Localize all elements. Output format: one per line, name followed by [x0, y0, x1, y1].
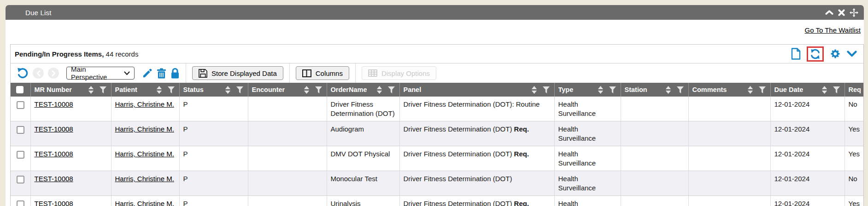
mr-number-link[interactable]: TEST-10008: [35, 150, 73, 158]
type-cell: Health Surveillance: [554, 196, 621, 206]
encounter-cell: [248, 196, 327, 206]
sort-icon[interactable]: [156, 86, 162, 94]
filter-icon[interactable]: [677, 86, 684, 93]
column-header-req[interactable]: Req: [845, 83, 863, 97]
new-document-icon[interactable]: [791, 48, 801, 60]
pencil-icon[interactable]: [142, 68, 152, 79]
next-perspective-button[interactable]: [48, 68, 59, 79]
patient-link[interactable]: Harris, Christine M.: [115, 100, 174, 108]
mr-number-link[interactable]: TEST-10008: [35, 125, 73, 133]
column-header-due[interactable]: Due Date: [770, 83, 845, 97]
due-date-cell: 12-01-2024: [770, 171, 845, 196]
link-row: Go To The Waitlist: [6, 20, 864, 44]
chevron-left-icon: [36, 70, 41, 76]
due-list-table-wrap: MR NumberPatientStatusEncounterOrderName…: [11, 83, 863, 206]
sort-icon[interactable]: [598, 86, 604, 94]
panel-cell: Driver Fitness Determination (DOT) Req.: [399, 146, 554, 171]
perspective-select[interactable]: Main Perspective: [66, 67, 135, 80]
collapse-icon[interactable]: [825, 10, 833, 15]
column-header-mr[interactable]: MR Number: [30, 83, 111, 97]
mr-number-link[interactable]: TEST-10008: [35, 200, 73, 206]
sort-icon[interactable]: [376, 86, 382, 94]
sort-icon[interactable]: [747, 86, 753, 94]
filter-icon[interactable]: [315, 86, 322, 93]
gear-icon[interactable]: [830, 48, 841, 59]
refresh-icon[interactable]: [809, 48, 821, 60]
patient-cell: Harris, Christine M.: [111, 121, 179, 146]
row-checkbox[interactable]: [17, 101, 24, 109]
encounter-cell: [248, 171, 327, 196]
encounter-cell: [248, 121, 327, 146]
row-checkbox[interactable]: [17, 126, 24, 134]
trash-icon[interactable]: [157, 68, 166, 79]
perspective-selected-value: Main Perspective: [71, 65, 124, 81]
column-header-patient[interactable]: Patient: [111, 83, 179, 97]
store-displayed-data-button[interactable]: Store Displayed Data: [192, 66, 283, 80]
comments-cell: [688, 97, 770, 121]
waitlist-link[interactable]: Go To The Waitlist: [805, 26, 861, 34]
pending-items-panel: Pending/In Progress Items, 44 records: [10, 44, 864, 206]
patient-link[interactable]: Harris, Christine M.: [115, 200, 174, 206]
patient-link[interactable]: Harris, Christine M.: [115, 125, 174, 133]
panel-title: Pending/In Progress Items, 44 records: [15, 50, 138, 58]
filter-icon[interactable]: [833, 86, 840, 93]
chevron-down-icon[interactable]: [847, 51, 857, 57]
filter-icon[interactable]: [168, 86, 175, 93]
columns-button[interactable]: Columns: [296, 66, 349, 80]
filter-icon[interactable]: [609, 86, 616, 93]
panel-req-flag: Req.: [514, 200, 529, 206]
sort-icon[interactable]: [225, 86, 231, 94]
move-icon[interactable]: [850, 8, 858, 17]
close-icon[interactable]: [838, 9, 845, 16]
comments-cell: [688, 171, 770, 196]
select-chevron-icon: [124, 71, 130, 75]
column-header-type[interactable]: Type: [554, 83, 621, 97]
column-header-panel[interactable]: Panel: [399, 83, 554, 97]
row-checkbox[interactable]: [17, 200, 24, 206]
select-all-checkbox[interactable]: [16, 86, 23, 93]
save-icon: [199, 69, 207, 78]
previous-perspective-button[interactable]: [33, 68, 44, 79]
table-row: TEST-10008 Harris, Christine M. P Monocu…: [11, 171, 863, 196]
column-header-comments[interactable]: Comments: [688, 83, 770, 97]
patient-link[interactable]: Harris, Christine M.: [115, 150, 174, 158]
station-cell: [621, 121, 688, 146]
filter-icon[interactable]: [236, 86, 243, 93]
sort-icon[interactable]: [531, 86, 537, 94]
sort-icon[interactable]: [304, 86, 310, 94]
row-checkbox[interactable]: [17, 176, 24, 183]
sort-icon[interactable]: [88, 86, 94, 94]
column-header-encounter[interactable]: Encounter: [248, 83, 327, 97]
filter-icon[interactable]: [759, 86, 766, 93]
refresh-highlight-box: [807, 46, 824, 62]
filter-icon[interactable]: [388, 86, 395, 93]
due-list-titlebar: Due List: [6, 5, 864, 20]
ordername-cell: Audiogram: [327, 121, 399, 146]
column-header-select: [11, 83, 30, 97]
mr-number-link[interactable]: TEST-10008: [35, 100, 73, 108]
station-cell: [621, 146, 688, 171]
mr-number-link[interactable]: TEST-10008: [35, 175, 73, 183]
req-cell: Yes: [845, 121, 863, 146]
mr-number-cell: TEST-10008: [30, 196, 111, 206]
comments-cell: [688, 146, 770, 171]
column-header-station[interactable]: Station: [621, 83, 688, 97]
panel-cell: Driver Fitness Determination (DOT) Req.: [399, 121, 554, 146]
patient-link[interactable]: Harris, Christine M.: [115, 175, 174, 183]
filter-icon[interactable]: [100, 86, 106, 93]
due-list-table: MR NumberPatientStatusEncounterOrderName…: [11, 83, 863, 206]
table-row: TEST-10008 Harris, Christine M. P Urinal…: [11, 196, 863, 206]
sort-icon[interactable]: [665, 86, 671, 94]
filter-icon[interactable]: [543, 86, 550, 93]
sort-icon[interactable]: [821, 86, 827, 94]
row-checkbox[interactable]: [17, 151, 24, 159]
undo-icon[interactable]: [17, 68, 29, 79]
column-header-status[interactable]: Status: [179, 83, 248, 97]
column-header-order[interactable]: OrderName: [327, 83, 399, 97]
status-cell: P: [179, 171, 248, 196]
columns-icon: [302, 69, 311, 77]
perspective-group: Main Perspective: [11, 63, 186, 83]
due-date-cell: 12-01-2024: [770, 146, 845, 171]
lock-icon[interactable]: [170, 68, 180, 79]
patient-cell: Harris, Christine M.: [111, 146, 179, 171]
